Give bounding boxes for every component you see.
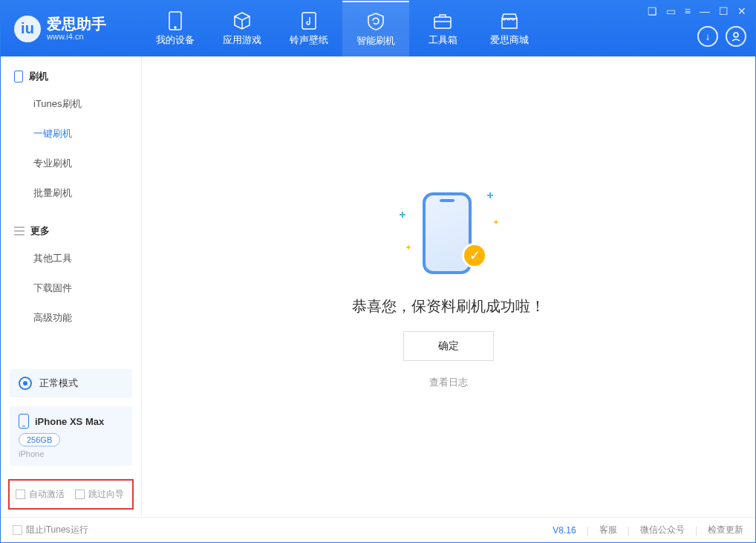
- tab-label: 应用游戏: [223, 33, 261, 47]
- tab-label: 智能刷机: [356, 34, 395, 48]
- checkbox-auto-activate[interactable]: 自动激活: [16, 488, 65, 501]
- checkbox-skip-guide[interactable]: 跳过向导: [75, 488, 124, 501]
- footer-link-update[interactable]: 检查更新: [708, 524, 743, 536]
- mode-card[interactable]: 正常模式: [10, 369, 132, 397]
- svg-rect-3: [434, 17, 451, 28]
- window-controls: ❏ ▭ ≡ — ☐ ✕: [648, 5, 746, 17]
- version-label[interactable]: V8.16: [553, 525, 576, 536]
- tab-apps[interactable]: 应用游戏: [209, 1, 276, 56]
- device-icon: [166, 11, 185, 30]
- main: 刷机 iTunes刷机 一键刷机 专业刷机 批量刷机 更多 其他工具 下载固件 …: [1, 56, 755, 517]
- briefcase-icon: [433, 11, 452, 30]
- tab-label: 爱思商城: [490, 33, 529, 47]
- sparkle-icon: [400, 212, 405, 218]
- view-log-link[interactable]: 查看日志: [429, 376, 468, 389]
- device-capacity: 256GB: [19, 433, 60, 446]
- footer: 阻止iTunes运行 V8.16 | 客服 | 微信公众号 | 检查更新: [1, 517, 755, 542]
- mode-icon: [19, 377, 32, 390]
- sparkle-icon: [406, 245, 411, 250]
- svg-point-5: [734, 33, 738, 37]
- separator: |: [695, 525, 697, 536]
- success-message: 恭喜您，保资料刷机成功啦！: [352, 296, 545, 316]
- music-file-icon: [299, 11, 319, 30]
- phone-icon: [19, 414, 29, 429]
- sidebar-item-download-firmware[interactable]: 下载固件: [1, 273, 141, 303]
- feedback-icon[interactable]: ▭: [666, 5, 676, 17]
- svg-rect-2: [302, 13, 316, 29]
- checkbox-label: 跳过向导: [88, 488, 124, 501]
- sidebar-item-advanced[interactable]: 高级功能: [1, 303, 141, 333]
- logo[interactable]: iu 爱思助手 www.i4.cn: [1, 1, 142, 56]
- separator: |: [587, 525, 589, 536]
- footer-right: V8.16 | 客服 | 微信公众号 | 检查更新: [553, 524, 743, 536]
- checkbox-label: 阻止iTunes运行: [26, 524, 88, 536]
- list-icon: [14, 227, 25, 235]
- device-card[interactable]: iPhone XS Max 256GB iPhone: [10, 406, 132, 466]
- app-window: iu 爱思助手 www.i4.cn 我的设备 应用游戏 铃声壁纸 智能刷机: [0, 0, 756, 543]
- sparkle-icon: [487, 192, 493, 198]
- footer-link-wechat[interactable]: 微信公众号: [640, 524, 685, 536]
- store-icon: [500, 11, 519, 30]
- tab-toolbox[interactable]: 工具箱: [409, 1, 476, 56]
- device-name: iPhone XS Max: [35, 416, 104, 427]
- logo-text: 爱思助手 www.i4.cn: [47, 16, 106, 41]
- user-controls: ↓: [697, 26, 746, 47]
- refresh-shield-icon: [366, 12, 385, 31]
- sidebar-item-itunes-flash[interactable]: iTunes刷机: [1, 89, 141, 119]
- sidebar: 刷机 iTunes刷机 一键刷机 专业刷机 批量刷机 更多 其他工具 下载固件 …: [1, 56, 142, 517]
- nav-tabs: 我的设备 应用游戏 铃声壁纸 智能刷机 工具箱 爱思商城: [142, 1, 543, 56]
- check-badge-icon: ✓: [462, 243, 487, 268]
- tab-label: 我的设备: [156, 33, 195, 47]
- content: ✓ 恭喜您，保资料刷机成功啦！ 确定 查看日志: [142, 56, 755, 517]
- sidebar-item-batch-flash[interactable]: 批量刷机: [1, 178, 141, 208]
- close-button[interactable]: ✕: [737, 5, 746, 17]
- checkbox-label: 自动激活: [29, 488, 65, 501]
- sparkle-icon: [494, 220, 498, 224]
- tab-ringtones[interactable]: 铃声壁纸: [276, 1, 342, 56]
- logo-icon: iu: [14, 16, 41, 42]
- mode-label: 正常模式: [39, 377, 78, 390]
- download-icon[interactable]: ↓: [697, 26, 718, 47]
- phone-outline-icon: [14, 71, 23, 82]
- sidebar-section-more: 更多 其他工具 下载固件 高级功能: [1, 211, 141, 336]
- cube-icon: [232, 11, 252, 30]
- sidebar-section-flash: 刷机 iTunes刷机 一键刷机 专业刷机 批量刷机: [1, 56, 141, 211]
- device-type: iPhone: [19, 449, 123, 458]
- sidebar-item-pro-flash[interactable]: 专业刷机: [1, 149, 141, 178]
- minimize-button[interactable]: —: [700, 5, 710, 17]
- tab-label: 铃声壁纸: [290, 33, 328, 47]
- footer-link-support[interactable]: 客服: [599, 524, 617, 536]
- menu-icon[interactable]: ≡: [685, 5, 691, 17]
- maximize-button[interactable]: ☐: [719, 5, 729, 17]
- checkbox-block-itunes[interactable]: 阻止iTunes运行: [13, 524, 88, 536]
- ok-button[interactable]: 确定: [403, 331, 494, 361]
- checkbox-icon: [75, 490, 85, 499]
- sidebar-options-highlighted: 自动激活 跳过向导: [8, 479, 134, 510]
- app-title: 爱思助手: [47, 16, 106, 32]
- shirt-icon[interactable]: ❏: [648, 5, 657, 17]
- success-illustration: ✓: [397, 185, 501, 282]
- tab-flash[interactable]: 智能刷机: [342, 1, 409, 56]
- sidebar-item-other-tools[interactable]: 其他工具: [1, 244, 141, 273]
- header-right: ❏ ▭ ≡ — ☐ ✕ ↓: [648, 1, 755, 56]
- tab-store[interactable]: 爱思商城: [476, 1, 543, 56]
- checkbox-icon: [13, 525, 22, 535]
- user-icon[interactable]: [726, 26, 746, 47]
- sidebar-item-oneclick-flash[interactable]: 一键刷机: [1, 119, 141, 149]
- separator: |: [628, 525, 630, 536]
- section-title-label: 更多: [30, 224, 50, 238]
- header: iu 爱思助手 www.i4.cn 我的设备 应用游戏 铃声壁纸 智能刷机: [1, 1, 755, 56]
- sidebar-title-flash: 刷机: [1, 70, 141, 89]
- checkbox-icon: [16, 490, 25, 499]
- section-title-label: 刷机: [29, 70, 48, 83]
- tab-my-device[interactable]: 我的设备: [142, 1, 209, 56]
- tab-label: 工具箱: [428, 33, 457, 47]
- sidebar-title-more: 更多: [1, 224, 141, 244]
- svg-point-1: [175, 26, 177, 28]
- app-subtitle: www.i4.cn: [47, 32, 106, 41]
